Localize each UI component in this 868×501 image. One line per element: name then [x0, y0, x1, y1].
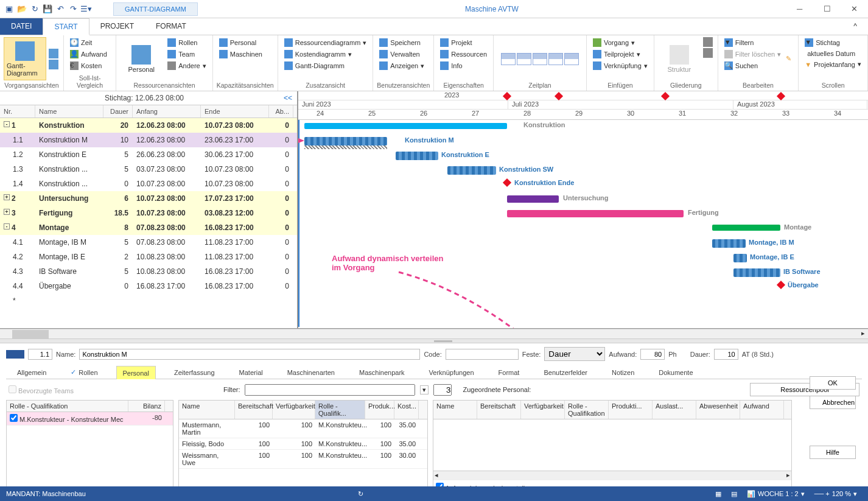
bar-konstruktion-sw[interactable] — [447, 166, 496, 175]
table-row[interactable]: 1.2 Konstruktion E5 26.06.23 08:0030.06.… — [0, 147, 297, 162]
available-personal-grid[interactable]: Name Bereitschaft Verfügbarkeit Rolle - … — [178, 400, 428, 495]
tab-rollen[interactable]: ✓Rollen — [65, 366, 103, 379]
assigned-personal-grid[interactable]: NameBereitschaftVerfügbarkeitRolle - Qua… — [433, 400, 792, 495]
table-row[interactable]: 1.4 Konstruktion ...0 10.07.23 08:0010.0… — [0, 177, 297, 191]
anzeigen-button[interactable]: Anzeigen ▾ — [377, 60, 427, 71]
bar-ib-software[interactable] — [733, 268, 780, 277]
list-item[interactable]: Fleissig, Bodo100100M.Konstrukteu...1003… — [179, 438, 427, 450]
dauer-field[interactable] — [714, 349, 738, 360]
verknuepfung-button[interactable]: Verknüpfung ▾ — [590, 60, 650, 71]
ok-button[interactable]: OK — [810, 376, 856, 390]
kap-personal-button[interactable]: Personal — [217, 37, 265, 48]
teilprojekt-button[interactable]: Teilprojekt ▾ — [590, 49, 650, 60]
rollen-button[interactable]: Rollen — [165, 37, 208, 48]
tab-material[interactable]: Material — [233, 366, 269, 379]
filter-loeschen-button[interactable]: Filter löschen ▾ — [722, 49, 783, 60]
gantt-pane[interactable]: 2023 Juni 2023 Juli 2023 August 2023 242… — [298, 91, 868, 328]
filter-dropdown-icon[interactable]: ▾ — [420, 385, 429, 394]
kosten-button[interactable]: €Kosten — [68, 60, 110, 71]
kap-maschinen-button[interactable]: Maschinen — [217, 49, 265, 60]
bar-montage-ibm[interactable] — [712, 239, 746, 248]
bar-montage-ibe[interactable] — [733, 254, 747, 262]
aufwand-field[interactable] — [640, 349, 665, 360]
h-scrollbar[interactable]: ▸ — [0, 329, 868, 338]
open-icon[interactable]: 📂 — [16, 4, 27, 15]
tab-verknüpfungen[interactable]: Verknüpfungen — [423, 366, 480, 379]
table-row[interactable]: * — [0, 293, 297, 308]
minimize-button[interactable]: ─ — [786, 1, 813, 18]
ressourcen-button[interactable]: Ressourcen — [438, 49, 489, 60]
bar-fertigung[interactable] — [507, 210, 684, 217]
view-icon-1[interactable]: ▦ — [710, 490, 726, 498]
andere-button[interactable]: Andere ▾ — [165, 60, 208, 71]
res-diagramm-button[interactable]: Ressourcendiagramm ▾ — [282, 37, 369, 48]
table-row[interactable]: 4.2 Montage, IB E2 10.08.23 08:0011.08.2… — [0, 250, 297, 264]
bar-konstruktion-m[interactable] — [304, 137, 387, 145]
sync-icon[interactable]: ↻ — [358, 490, 363, 498]
tab-format[interactable]: Format — [492, 366, 526, 379]
suchen-button[interactable]: 🔍Suchen — [722, 60, 783, 71]
gantt-diagramm-button[interactable]: Gantt-Diagramm — [4, 37, 46, 80]
table-row[interactable]: 4.1 Montage, IB M5 07.08.23 08:0011.08.2… — [0, 235, 297, 250]
view-icon-2[interactable]: ▤ — [726, 490, 742, 498]
tab-maschinenpark[interactable]: Maschinenpark — [353, 366, 411, 379]
grid-body[interactable]: -1 Konstruktion20 12.06.23 08:0010.07.23… — [0, 118, 297, 308]
bevorzugte-checkbox[interactable]: Bevorzugte Teams — [9, 385, 74, 394]
gantt-body[interactable]: Konstruktion Konstruktion M Konstruktion… — [298, 120, 868, 327]
aufwand-button[interactable]: 👤Aufwand — [68, 49, 110, 60]
app-icon[interactable]: ▣ — [4, 4, 15, 15]
milestone-konstruktion-ende[interactable] — [503, 178, 511, 187]
zoom-slider[interactable]: ── + 120 % ▾ — [810, 490, 862, 498]
redo-icon[interactable]: ↷ — [68, 4, 79, 15]
filtern-button[interactable]: ▼Filtern — [722, 37, 783, 48]
info-button[interactable]: Info — [438, 60, 489, 71]
assigned-scrollbar[interactable]: ◂▸ — [433, 471, 791, 480]
aktuelles-datum-button[interactable]: aktuelles Datum — [802, 49, 864, 58]
task-nr-field[interactable] — [28, 349, 52, 360]
bar-untersuchung[interactable] — [507, 195, 559, 203]
code-field[interactable] — [446, 349, 519, 360]
milestone-uebergabe[interactable] — [777, 281, 785, 289]
tab-dokumente[interactable]: Dokumente — [653, 366, 699, 379]
kosten-diagramm-button[interactable]: Kostendiagramm ▾ — [282, 49, 369, 60]
table-row[interactable]: 1.1 Konstruktion M10 12.06.23 08:0023.06… — [0, 133, 297, 147]
struktur-button[interactable]: Struktur — [658, 37, 701, 80]
undo-icon[interactable]: ↶ — [55, 4, 66, 15]
tab-format[interactable]: FORMAT — [145, 18, 197, 35]
team-button[interactable]: Team — [165, 49, 208, 60]
filter-field[interactable] — [245, 384, 415, 396]
tab-benutzerfelder[interactable]: Benutzerfelder — [537, 366, 593, 379]
vorgang-button[interactable]: Vorgang ▾ — [590, 37, 650, 48]
table-row[interactable]: -4 Montage8 07.08.23 08:0016.08.23 17:00… — [0, 220, 297, 235]
tab-personal[interactable]: Personal — [116, 366, 156, 379]
stichtag-scroll-button[interactable]: ▼Stichtag — [802, 37, 864, 48]
table-row[interactable]: +3 Fertigung18.5 10.07.23 08:0003.08.23 … — [0, 206, 297, 220]
projektanfang-button[interactable]: ▼Projektanfang ▾ — [802, 59, 864, 69]
table-row[interactable]: 4.3 IB Software5 10.08.23 08:0016.08.23 … — [0, 264, 297, 279]
save-icon[interactable]: 💾 — [42, 4, 53, 15]
table-row[interactable]: 1.3 Konstruktion ...5 03.07.23 08:0010.0… — [0, 162, 297, 177]
feste-select[interactable]: Dauer — [544, 347, 605, 361]
zoom-presets[interactable] — [497, 37, 583, 80]
tab-start[interactable]: START — [43, 18, 89, 35]
table-row[interactable]: 4.4 Übergabe0 16.08.23 17:0016.08.23 17:… — [0, 279, 297, 293]
bar-konstruktion-e[interactable] — [396, 152, 438, 160]
help-button[interactable]: Hilfe — [810, 446, 856, 459]
filter-count[interactable] — [433, 384, 452, 396]
bar-konstruktion[interactable] — [304, 123, 507, 129]
cancel-button[interactable]: Abbrechen — [810, 396, 856, 409]
maximize-button[interactable]: ☐ — [813, 1, 841, 18]
rolle-check[interactable] — [10, 414, 18, 422]
tab-allgemein[interactable]: Allgemein — [11, 366, 52, 379]
speichern-button[interactable]: Speichern — [377, 37, 427, 48]
zeit-button[interactable]: 🕐Zeit — [68, 37, 110, 48]
tab-projekt[interactable]: PROJEKT — [89, 18, 145, 35]
list-item[interactable]: Weissmann, Uwe100100M.Konstrukteu...1003… — [179, 450, 427, 469]
personal-button[interactable]: Personal — [120, 37, 163, 80]
splitter[interactable] — [0, 338, 868, 343]
rolle-grid[interactable]: Rolle - QualifikationBilanz M.Konstrukte… — [6, 400, 173, 495]
tab-zeiterfassung[interactable]: Zeiterfassung — [168, 366, 221, 379]
collapse-icon[interactable]: << — [284, 94, 292, 102]
tab-maschinenarten[interactable]: Maschinenarten — [281, 366, 341, 379]
list-item[interactable]: Mustermann, Martin100100M.Konstrukteu...… — [179, 419, 427, 438]
